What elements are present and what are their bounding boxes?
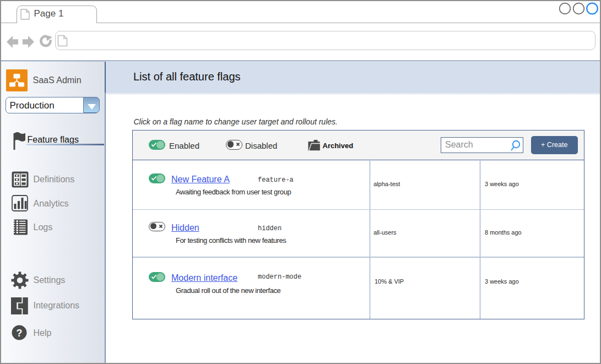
- svg-text:?: ?: [17, 328, 23, 339]
